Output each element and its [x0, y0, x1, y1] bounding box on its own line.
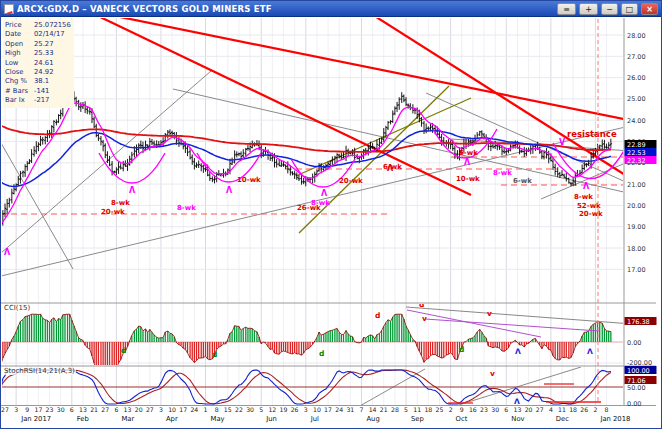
window-title: ARCX:GDX,D – VANECK VECTORS GOLD MINERS …	[17, 4, 554, 14]
svg-text:13: 13	[514, 406, 522, 413]
svg-text:10: 10	[313, 406, 321, 413]
app-window: resistance10-wk10-wk20-wk20-wk8-wk26-wk6…	[0, 0, 662, 429]
svg-text:27.00: 27.00	[627, 53, 646, 61]
svg-text:10: 10	[168, 406, 176, 413]
svg-text:d: d	[375, 311, 380, 320]
cci-panel-label: CCI(15)	[3, 304, 31, 312]
svg-text:21: 21	[380, 406, 388, 413]
svg-text:Jun: Jun	[265, 415, 277, 423]
minimize-button[interactable]: −	[601, 3, 618, 15]
svg-text:18.00: 18.00	[627, 245, 646, 253]
svg-text:10-wk: 10-wk	[456, 175, 480, 183]
svg-text:v: v	[422, 314, 427, 323]
svg-text:15: 15	[224, 406, 232, 413]
svg-text:3: 3	[14, 406, 18, 413]
svg-text:26: 26	[580, 406, 588, 413]
svg-text:20-wk: 20-wk	[101, 208, 125, 216]
svg-text:5: 5	[404, 406, 408, 413]
svg-text:5: 5	[259, 406, 263, 413]
svg-text:1: 1	[204, 406, 208, 413]
svg-text:31: 31	[346, 406, 354, 413]
svg-text:7: 7	[360, 406, 364, 413]
svg-text:resistance: resistance	[567, 129, 617, 139]
svg-text:Λ: Λ	[514, 397, 520, 406]
svg-text:30: 30	[246, 406, 254, 413]
svg-text:d: d	[121, 346, 126, 355]
info-row-chg: Chg %38.1	[5, 77, 71, 86]
svg-text:52-wk: 52-wk	[577, 202, 601, 210]
svg-text:11: 11	[413, 406, 421, 413]
svg-text:Λ: Λ	[321, 189, 328, 198]
svg-text:Dec: Dec	[556, 415, 569, 423]
svg-text:Jul: Jul	[310, 415, 319, 423]
info-row-low: Low24.61	[5, 59, 71, 68]
svg-text:8-wk: 8-wk	[177, 204, 196, 212]
svg-text:23: 23	[480, 406, 488, 413]
svg-text:V: V	[559, 138, 566, 147]
svg-text:6-wk: 6-wk	[513, 177, 532, 185]
svg-text:19: 19	[280, 406, 288, 413]
svg-text:21.00: 21.00	[627, 181, 646, 189]
close-button[interactable]: ×	[641, 3, 658, 15]
svg-text:6: 6	[114, 406, 118, 413]
svg-text:Mar: Mar	[121, 415, 134, 423]
svg-text:8-wk: 8-wk	[493, 169, 512, 177]
svg-text:Feb: Feb	[77, 415, 89, 423]
svg-text:25: 25	[436, 406, 444, 413]
svg-text:22.32: 22.32	[627, 157, 646, 165]
svg-text:28: 28	[391, 406, 399, 413]
svg-text:24: 24	[335, 406, 343, 413]
svg-text:21: 21	[90, 406, 98, 413]
svg-text:6: 6	[504, 406, 508, 413]
svg-text:27: 27	[146, 406, 154, 413]
svg-text:27: 27	[101, 406, 109, 413]
svg-text:22.89: 22.89	[627, 141, 646, 149]
svg-text:17: 17	[324, 406, 332, 413]
svg-text:13: 13	[124, 406, 132, 413]
svg-text:17.00: 17.00	[627, 266, 646, 274]
svg-text:Jan 2017: Jan 2017	[20, 415, 51, 423]
maximize-button[interactable]: □	[621, 3, 638, 15]
titlebar[interactable]: ARCX:GDX,D – VANECK VECTORS GOLD MINERS …	[1, 1, 661, 17]
svg-text:3: 3	[304, 406, 308, 413]
svg-text:27: 27	[1, 406, 9, 413]
svg-text:176.38: 176.38	[627, 318, 650, 326]
price-panel: resistance10-wk10-wk20-wk20-wk8-wk26-wk6…	[1, 1, 662, 276]
svg-text:d: d	[212, 350, 217, 359]
svg-text:0.00: 0.00	[627, 339, 641, 347]
svg-text:22: 22	[235, 406, 243, 413]
svg-text:May: May	[211, 415, 225, 423]
svg-text:Λ: Λ	[4, 248, 11, 257]
titlebar-tool-button-1[interactable]: ≡	[557, 3, 576, 15]
svg-text:6: 6	[70, 406, 74, 413]
svg-text:20-wk: 20-wk	[339, 177, 363, 185]
chart-canvas[interactable]: resistance10-wk10-wk20-wk20-wk8-wk26-wk6…	[1, 1, 662, 429]
axes: 28.0027.0026.0025.0024.0023.0022.0021.00…	[1, 18, 657, 423]
svg-text:8-wk: 8-wk	[574, 193, 593, 201]
svg-text:Sep: Sep	[411, 415, 424, 423]
svg-text:16: 16	[469, 406, 477, 413]
svg-text:Λ: Λ	[387, 164, 394, 173]
svg-text:18: 18	[424, 406, 432, 413]
svg-text:v: v	[487, 309, 492, 318]
svg-text:2: 2	[449, 406, 453, 413]
svg-text:Oct: Oct	[456, 415, 468, 423]
svg-text:17: 17	[34, 406, 42, 413]
svg-text:8-wk: 8-wk	[111, 199, 130, 207]
titlebar-tool-button-2[interactable]: +	[579, 3, 598, 15]
svg-text:2: 2	[593, 406, 597, 413]
svg-text:-200.00: -200.00	[627, 359, 652, 367]
svg-text:20: 20	[135, 406, 143, 413]
app-icon[interactable]	[4, 4, 14, 14]
svg-text:9: 9	[25, 406, 29, 413]
svg-text:23: 23	[46, 406, 54, 413]
svg-text:Apr: Apr	[166, 415, 178, 423]
info-row-barix: Bar Ix-217	[5, 96, 71, 105]
svg-text:3: 3	[159, 406, 163, 413]
svg-text:20.00: 20.00	[627, 202, 646, 210]
svg-text:13: 13	[79, 406, 87, 413]
svg-text:8: 8	[605, 406, 609, 413]
svg-text:6-wk: 6-wk	[459, 149, 478, 157]
info-row-bars: # Bars-141	[5, 87, 71, 96]
svg-text:d: d	[319, 349, 324, 358]
